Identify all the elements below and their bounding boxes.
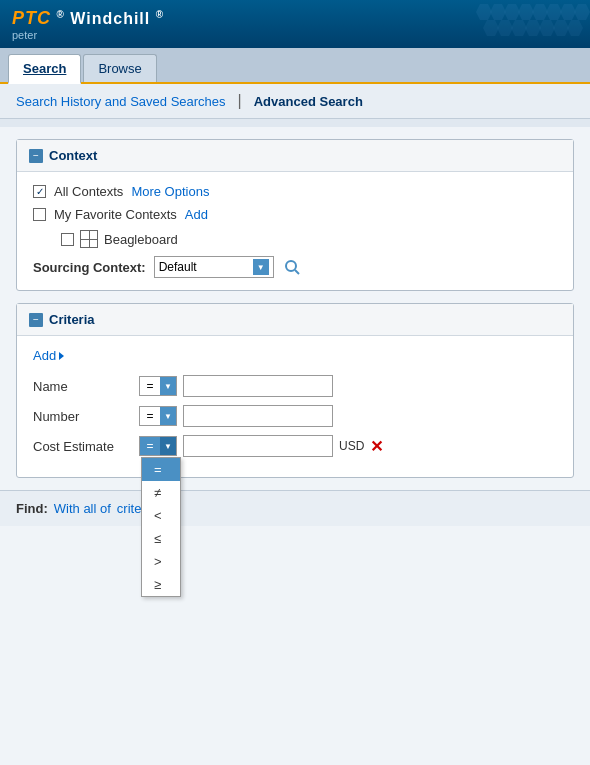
add-criteria-button[interactable]: Add <box>33 348 557 363</box>
operator-option-lessthanequal[interactable]: ≤ <box>142 527 180 550</box>
svg-marker-13 <box>553 20 569 36</box>
svg-line-16 <box>295 270 299 274</box>
operator-option-greaterthanequal[interactable]: ≥ <box>142 573 180 596</box>
number-operator-value: = <box>140 407 160 425</box>
context-collapse-icon[interactable]: − <box>29 149 43 163</box>
beagleboard-checkbox[interactable] <box>61 233 74 246</box>
all-contexts-row: All Contexts More Options <box>33 184 557 199</box>
svg-marker-3 <box>518 4 534 20</box>
svg-marker-12 <box>539 20 555 36</box>
remove-icon: ✕ <box>370 437 383 456</box>
find-row: Find: With all of criteria <box>0 490 590 526</box>
operator-option-notequals[interactable]: ≠ <box>142 481 180 504</box>
add-dropdown-arrow <box>59 352 64 360</box>
svg-marker-1 <box>490 4 506 20</box>
all-contexts-label: All Contexts <box>54 184 123 199</box>
number-operator-arrow: ▼ <box>160 407 176 425</box>
usd-label: USD <box>339 439 364 453</box>
svg-marker-4 <box>532 4 548 20</box>
svg-marker-10 <box>511 20 527 36</box>
number-input[interactable] <box>183 405 333 427</box>
beagleboard-row: Beagleboard <box>61 230 557 248</box>
add-label: Add <box>33 348 56 363</box>
main-content: Search History and Saved Searches | Adva… <box>0 84 590 765</box>
number-criteria-row: Number = ▼ <box>33 405 557 427</box>
cost-estimate-label: Cost Estimate <box>33 439 133 454</box>
sub-nav-separator: | <box>238 92 242 110</box>
history-link[interactable]: Search History and Saved Searches <box>16 94 226 109</box>
name-operator-value: = <box>140 377 160 395</box>
svg-marker-11 <box>525 20 541 36</box>
context-section-header: − Context <box>17 140 573 172</box>
add-context-link[interactable]: Add <box>185 207 208 222</box>
my-favorite-row: My Favorite Contexts Add <box>33 207 557 222</box>
operator-dropdown-menu: = ≠ < ≤ > ≥ <box>141 457 181 597</box>
name-operator-select[interactable]: = ▼ <box>139 376 177 396</box>
sourcing-search-button[interactable] <box>282 257 302 277</box>
spacer-top <box>0 119 590 127</box>
username: peter <box>12 29 164 41</box>
svg-marker-0 <box>476 4 492 20</box>
ptc-brand: PTC <box>12 8 51 28</box>
all-contexts-checkbox[interactable] <box>33 185 46 198</box>
criteria-section-body: Add Name = ▼ Number = ▼ <box>17 336 573 477</box>
remove-cost-estimate-button[interactable]: ✕ <box>370 437 383 456</box>
with-all-of-label[interactable]: With all of <box>54 501 111 516</box>
my-favorite-label: My Favorite Contexts <box>54 207 177 222</box>
sub-nav: Search History and Saved Searches | Adva… <box>0 84 590 119</box>
operator-option-greaterthan[interactable]: > <box>142 550 180 573</box>
criteria-title: Criteria <box>49 312 95 327</box>
tab-browse[interactable]: Browse <box>83 54 156 82</box>
cost-estimate-criteria-row: Cost Estimate = ▼ USD ✕ = ≠ < ≤ > ≥ <box>33 435 557 457</box>
tabs-bar: Search Browse <box>0 48 590 84</box>
sourcing-dropdown-arrow: ▼ <box>253 259 269 275</box>
svg-marker-2 <box>504 4 520 20</box>
criteria-collapse-icon[interactable]: − <box>29 313 43 327</box>
sourcing-value: Default <box>159 260 249 274</box>
name-label: Name <box>33 379 133 394</box>
sourcing-row: Sourcing Context: Default ▼ <box>33 256 557 278</box>
cost-estimate-operator-arrow: ▼ <box>160 437 176 455</box>
my-favorite-checkbox[interactable] <box>33 208 46 221</box>
operator-option-equals[interactable]: = <box>142 458 180 481</box>
search-icon <box>283 258 301 276</box>
context-section: − Context All Contexts More Options My F… <box>16 139 574 291</box>
beagleboard-icon <box>80 230 98 248</box>
svg-marker-5 <box>546 4 562 20</box>
find-label: Find: <box>16 501 48 516</box>
advanced-search-link[interactable]: Advanced Search <box>254 94 363 109</box>
sourcing-label: Sourcing Context: <box>33 260 146 275</box>
beagleboard-label: Beagleboard <box>104 232 178 247</box>
name-input[interactable] <box>183 375 333 397</box>
svg-marker-8 <box>483 20 499 36</box>
criteria-section-header: − Criteria <box>17 304 573 336</box>
svg-marker-7 <box>574 4 590 20</box>
number-label: Number <box>33 409 133 424</box>
criteria-section: − Criteria Add Name = ▼ Number <box>16 303 574 478</box>
svg-marker-9 <box>497 20 513 36</box>
app-name: PTC ® Windchill ® <box>12 8 164 29</box>
sourcing-dropdown[interactable]: Default ▼ <box>154 256 274 278</box>
cost-estimate-input[interactable] <box>183 435 333 457</box>
cost-estimate-operator-select[interactable]: = ▼ <box>139 436 177 456</box>
logo: PTC ® Windchill ® peter <box>12 8 164 41</box>
svg-point-15 <box>286 261 296 271</box>
context-section-body: All Contexts More Options My Favorite Co… <box>17 172 573 290</box>
number-operator-select[interactable]: = ▼ <box>139 406 177 426</box>
svg-marker-14 <box>567 20 583 36</box>
operator-option-lessthan[interactable]: < <box>142 504 180 527</box>
header: PTC ® Windchill ® peter <box>0 0 590 48</box>
name-operator-arrow: ▼ <box>160 377 176 395</box>
svg-marker-6 <box>560 4 576 20</box>
context-title: Context <box>49 148 97 163</box>
header-decoration <box>470 0 590 48</box>
cost-estimate-operator-value: = <box>140 437 160 455</box>
name-criteria-row: Name = ▼ <box>33 375 557 397</box>
tab-search[interactable]: Search <box>8 54 81 84</box>
more-options-link[interactable]: More Options <box>131 184 209 199</box>
